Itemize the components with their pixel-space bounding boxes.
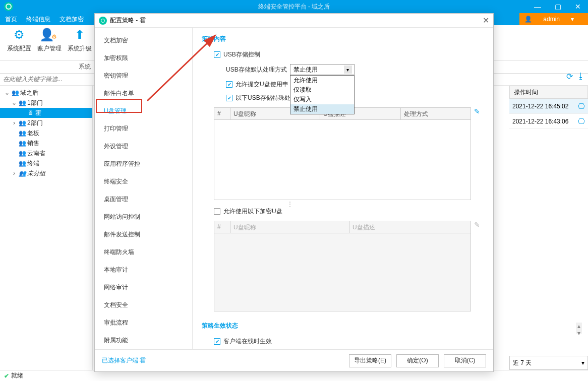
group-icon: 👥 [18, 130, 26, 137]
select-dropdown: 允许使用 仅读取 仅写入 禁止使用 [290, 75, 355, 114]
window-maximize-button[interactable]: ▢ [548, 0, 568, 13]
group-icon: 👥 [18, 140, 26, 147]
cat-extra[interactable]: 附属功能 [95, 332, 192, 349]
ops-row[interactable]: 2021-12-22 16:43:06 🖵 [509, 114, 588, 129]
arrow-up-icon: ⬆ [65, 27, 95, 42]
user-gear-icon: 👤⚙ [34, 27, 65, 42]
table-body [214, 233, 471, 311]
app-title: 终端安全管控平台 - 域之盾 [258, 3, 330, 11]
chevron-down-icon: ▾ [344, 66, 352, 74]
col-desc: U盘描述 [349, 221, 471, 233]
tree-node-yunnan[interactable]: 👥 云南省 [0, 148, 92, 158]
menu-doc-encrypt[interactable]: 文档加密 [60, 15, 84, 24]
cat-approval-flow[interactable]: 审批流程 [95, 314, 192, 332]
section-policy-status: 策略生效状态 [202, 322, 484, 330]
option-allow[interactable]: 允许使用 [290, 76, 354, 85]
chk-client-online[interactable]: ✔ [214, 338, 220, 345]
cat-mail-send-control[interactable]: 邮件发送控制 [95, 226, 192, 243]
group-icon: 👥 [11, 89, 19, 96]
status-text: 就绪 [11, 371, 23, 380]
cat-doc-encrypt[interactable]: 文档加密 [95, 32, 192, 49]
dialog-title: 配置策略 - 霍 [110, 16, 146, 25]
chevron-down-icon: ▾ [581, 359, 584, 366]
tree-node-huo[interactable]: 🖥 霍 [0, 108, 92, 118]
lbl-usb-control: USB存储控制 [223, 50, 260, 59]
cat-firewall[interactable]: 终端防火墙 [95, 243, 192, 261]
chk-allow-submit[interactable]: ✔ [226, 81, 232, 88]
refresh-icon[interactable]: ⟳ [566, 72, 573, 81]
export-policy-button[interactable]: 导出策略(E) [349, 354, 391, 367]
chk-allow-encrypted[interactable]: ✔ [214, 208, 220, 215]
ribbon-system-config[interactable]: ⚙ 系统配置 [4, 27, 34, 53]
download-icon[interactable]: ⭳ [577, 72, 585, 81]
group-icon: 👥 [18, 99, 26, 106]
option-writeonly[interactable]: 仅写入 [290, 95, 354, 104]
ok-button[interactable]: 确定(O) [396, 354, 439, 367]
cat-key-mgmt[interactable]: 密钥管理 [95, 67, 192, 85]
tree-node-dept1[interactable]: ⌄ 👥 1部门 [0, 98, 92, 108]
tree-node-terminal[interactable]: 👥 终端 [0, 158, 92, 168]
cancel-button[interactable]: 取消(C) [444, 354, 486, 367]
tree-node-sales[interactable]: 👥 销售 [0, 138, 92, 148]
option-readonly[interactable]: 仅读取 [290, 85, 354, 95]
org-tree: ⌄ 👥 域之盾 ⌄ 👥 1部门 🖥 霍 › 👥 2部门 👥 老板 👥 销售 [0, 86, 93, 370]
cat-app-control[interactable]: 应用程序管控 [95, 155, 192, 173]
tree-twisty[interactable]: ⌄ [11, 99, 17, 106]
ribbon-system-upgrade[interactable]: ⬆ 系统升级 [65, 27, 95, 53]
edit-icon[interactable]: ✎ [474, 107, 480, 115]
app-icon [4, 2, 13, 11]
tree-root[interactable]: ⌄ 👥 域之盾 [0, 88, 92, 98]
category-list: 文档加密 加密权限 密钥管理 邮件白名单 U盘管理 打印管理 外设管理 应用程序… [95, 28, 193, 349]
tree-twisty[interactable]: ⌄ [4, 89, 10, 96]
selected-client-label: 已选择客户端 霍 [102, 356, 146, 365]
chk-usb-control[interactable]: ✔ [214, 51, 220, 58]
tree-node-dept2[interactable]: › 👥 2部门 [0, 118, 92, 128]
cat-peripheral-mgmt[interactable]: 外设管理 [95, 138, 192, 155]
chevron-down-icon: ▾ [571, 16, 574, 23]
ribbon-account-mgmt[interactable]: 👤⚙ 账户管理 [34, 27, 65, 53]
cat-desktop-mgmt[interactable]: 桌面管理 [95, 190, 192, 208]
cat-print-mgmt[interactable]: 打印管理 [95, 120, 192, 138]
group-icon: 👥 [18, 150, 26, 157]
cat-web-control[interactable]: 网站访问控制 [95, 208, 192, 226]
edit-icon[interactable]: ✎ [474, 221, 480, 229]
monitor-icon: 🖵 [578, 117, 585, 125]
user-name: admin [543, 16, 560, 23]
resize-handle-icon[interactable]: ⋮ [286, 200, 292, 208]
lbl-client-online: 客户端在线时生效 [223, 337, 272, 346]
tree-twisty[interactable]: › [11, 170, 17, 177]
recent-range-select[interactable]: 近 7 天 ▾ [509, 356, 588, 370]
cat-terminal-security[interactable]: 终端安全 [95, 173, 192, 190]
monitor-icon: 🖵 [578, 102, 585, 110]
window-minimize-button[interactable]: — [527, 0, 548, 13]
select-default-handle[interactable]: 禁止使用 ▾ [290, 64, 355, 75]
cat-doc-security[interactable]: 文档安全 [95, 296, 192, 314]
cat-encrypt-perm[interactable]: 加密权限 [95, 49, 192, 67]
ops-row[interactable]: 2021-12-22 16:45:02 🖵 [509, 99, 588, 114]
menu-home[interactable]: 首页 [5, 15, 17, 24]
col-handle: 处理方式 [401, 108, 471, 119]
lbl-special: 以下USB存储特殊处 [236, 94, 290, 102]
col-index: # [214, 221, 230, 233]
tree-search-input[interactable] [0, 74, 91, 85]
user-icon: 👤 [524, 16, 532, 23]
group-icon: 👥 [18, 160, 26, 167]
user-badge[interactable]: 👤 admin ▾ [519, 13, 588, 25]
gear-icon: ⚙ [4, 27, 34, 42]
menu-terminal-info[interactable]: 终端信息 [26, 15, 50, 24]
dialog-title-bar: 配置策略 - 霍 ✕ [95, 14, 493, 28]
window-close-button[interactable]: ✕ [568, 0, 588, 13]
tree-node-unassigned[interactable]: › 👥 未分组 [0, 168, 92, 178]
scrollbar[interactable]: ▴▾ [576, 323, 582, 334]
dialog-footer: 已选择客户端 霍 导出策略(E) 确定(O) 取消(C) [95, 349, 493, 371]
cat-network-audit[interactable]: 网络审计 [95, 279, 192, 296]
policy-config-dialog: 配置策略 - 霍 ✕ 文档加密 加密权限 密钥管理 邮件白名单 U盘管理 打印管… [94, 13, 494, 372]
chk-special[interactable]: ✔ [226, 95, 232, 101]
cat-mail-whitelist[interactable]: 邮件白名单 [95, 85, 192, 102]
dialog-close-button[interactable]: ✕ [483, 16, 489, 25]
cat-usb-mgmt[interactable]: U盘管理 [95, 102, 192, 120]
tree-twisty[interactable]: › [11, 119, 17, 126]
tree-node-boss[interactable]: 👥 老板 [0, 128, 92, 138]
option-forbid[interactable]: 禁止使用 [290, 104, 354, 114]
cat-local-audit[interactable]: 本地审计 [95, 261, 192, 279]
